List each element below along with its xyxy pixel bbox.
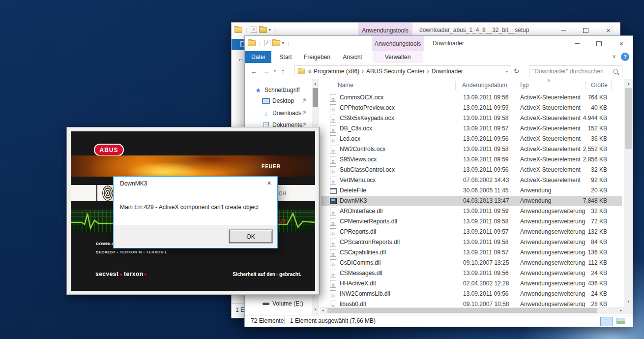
file-size: 2.856 KB (563, 156, 607, 163)
front-context-tab[interactable]: Anwendungstools (372, 36, 424, 51)
front-close-button[interactable]: × (610, 36, 633, 51)
file-row[interactable]: CS9x5xKeypads.ocx13.09.2011 09:58ActiveX… (321, 113, 622, 123)
front-minimize-button[interactable] (566, 36, 588, 51)
details-view-button[interactable] (600, 317, 613, 326)
back-arrow-icon[interactable]: ← (251, 63, 258, 79)
file-name: SubClassControl.ocx (340, 166, 395, 173)
file-row[interactable]: CommsOCX.ocx13.09.2011 09:56ActiveX-Steu… (321, 92, 622, 103)
file-date: 13.09.2011 09:56 (463, 166, 509, 173)
breadcrumb-separator-icon[interactable]: › (427, 68, 429, 75)
tab-freigeben[interactable]: Freigeben (300, 51, 334, 63)
refresh-icon[interactable]: ↻ (514, 63, 519, 79)
scrollbar-thumb[interactable] (313, 88, 318, 107)
selection-summary: 1 Element ausgewählt (7,66 MB) (290, 317, 376, 324)
activex-file-icon (330, 239, 336, 247)
tab-ansicht[interactable]: Ansicht (338, 51, 367, 63)
scroll-right-icon[interactable]: ▸ (620, 308, 622, 312)
file-row[interactable]: CsDIComms.dll09.10.2007 13:25Anwendungse… (321, 258, 622, 268)
sidebar-item-desktop[interactable]: Desktop (262, 96, 311, 106)
activex-file-icon (330, 270, 336, 277)
column-header-type[interactable]: Typ (519, 82, 528, 89)
file-row[interactable]: DownMK304.03.2013 13:47Anwendung7.848 KB (321, 196, 622, 206)
file-row[interactable]: CPScantronReports.dll13.09.2011 09:58Anw… (321, 237, 622, 247)
front-maximize-button[interactable] (588, 36, 610, 51)
dialog-close-icon[interactable]: × (267, 179, 271, 187)
scroll-down-icon[interactable]: ▾ (624, 300, 633, 304)
file-row[interactable]: CPPhotoPreview.ocx13.09.2011 09:59Active… (321, 103, 622, 113)
column-header-size[interactable]: Größe (591, 82, 608, 89)
file-size: 32 KB (563, 208, 607, 215)
sidebar-item-schnellzugriff[interactable]: ★Schnellzugriff (254, 85, 311, 95)
breadcrumb-root[interactable]: « (308, 68, 312, 75)
file-row[interactable]: DB_Ctls.ocx13.09.2011 09:57ActiveX-Steue… (321, 123, 622, 134)
tab-verwalten[interactable]: Verwalten (373, 51, 423, 63)
tab-datei[interactable]: Datei (245, 51, 271, 63)
file-row[interactable]: libusb0.dll09.10.2007 10:58Anwendungserw… (321, 299, 622, 307)
ribbon-tab-row: Datei Start Freigeben Ansicht Verwalten … (245, 51, 633, 63)
thumbnail-view-button[interactable] (615, 317, 627, 325)
help-icon[interactable]: ? (621, 53, 629, 61)
file-size: 24 KB (563, 270, 607, 277)
address-dropdown-icon[interactable]: ▾ (506, 69, 508, 74)
file-row[interactable]: CPMenvierReports.dll13.09.2011 09:58Anwe… (321, 216, 622, 227)
address-bar[interactable]: « Programme (x86) › ABUS Security Center… (294, 65, 511, 77)
new-folder-icon[interactable] (259, 27, 267, 33)
file-name: CPScantronReports.dll (340, 239, 400, 246)
file-row[interactable]: NW2Controls.ocx13.09.2011 09:58ActiveX-S… (321, 144, 622, 154)
scroll-up-icon[interactable]: ▴ (312, 82, 319, 86)
up-arrow-icon[interactable]: ↑ (281, 63, 285, 79)
file-list-hscrollbar[interactable]: ◂ ▸ (320, 307, 624, 314)
recent-locations-chevron-icon[interactable]: ▾ (274, 63, 276, 79)
qat-dropdown-icon[interactable]: ▾ (269, 28, 271, 32)
scroll-up-icon[interactable]: ▴ (624, 82, 633, 86)
file-row[interactable]: INW2CommsLib.dll13.09.2011 09:56Anwendun… (321, 289, 622, 299)
properties-check-icon[interactable]: ✓ (251, 27, 257, 33)
file-row[interactable]: CPReports.dll13.09.2011 09:57Anwendungse… (321, 227, 622, 237)
search-icon[interactable] (613, 69, 618, 74)
file-name: INW2CommsLib.dll (340, 290, 390, 297)
scroll-left-icon[interactable]: ◂ (322, 308, 324, 312)
app-window-file-icon (330, 188, 337, 194)
properties-check-icon[interactable]: ✓ (264, 40, 270, 46)
qat-dropdown-icon[interactable]: ▾ (282, 41, 284, 45)
scrollbar-thumb[interactable] (327, 308, 597, 313)
file-row[interactable]: CSMessages.dll13.09.2011 09:56Anwendungs… (321, 268, 622, 278)
file-row[interactable]: CSCapabilities.dll13.09.2011 09:57Anwend… (321, 247, 622, 258)
status-divider (284, 317, 285, 324)
column-header-name[interactable]: Name (338, 82, 353, 89)
fingerprint-icon (102, 185, 113, 201)
slogan: Sicherheit auf dengebracht. (233, 272, 301, 277)
file-size: 36 KB (563, 135, 607, 142)
new-folder-icon[interactable] (272, 40, 280, 46)
file-row[interactable]: Led.ocx13.09.2011 09:56ActiveX-Steuerele… (321, 134, 622, 144)
ok-button[interactable]: OK (229, 230, 272, 243)
file-name: DB_Ctls.ocx (340, 125, 372, 132)
ribbon-collapse-chevron-icon[interactable]: ∨ (613, 54, 616, 59)
back-arrow-icon[interactable]: ← (237, 55, 244, 62)
fire-banner: FEUER (71, 155, 315, 177)
file-row[interactable]: DeleteFile30.06.2005 11:45Anwendung20 KB (321, 185, 622, 196)
file-row[interactable]: HHActiveX.dll02.04.2002 12:28Anwendungse… (321, 278, 622, 289)
activex-file-icon (330, 177, 336, 185)
file-date: 13.09.2011 09:57 (463, 125, 509, 132)
breadcrumb-segment[interactable]: Programme (x86) (314, 68, 359, 75)
file-row[interactable]: VertMenu.ocx07.08.2002 14:43ActiveX-Steu… (321, 175, 622, 185)
search-box[interactable]: "Downloader" durchsuchen (529, 65, 622, 77)
file-row[interactable]: S95Views.ocx13.09.2011 09:59ActiveX-Steu… (321, 154, 622, 165)
breadcrumb-segment[interactable]: Downloader (432, 68, 463, 75)
forward-arrow-icon[interactable]: → (263, 63, 270, 79)
tab-start[interactable]: Start (275, 51, 296, 63)
sidebar-item-volume-e-[interactable]: Volume (E:) (262, 299, 311, 308)
pin-icon[interactable] (300, 97, 307, 104)
file-list-vscrollbar[interactable]: ▴ ▾ (624, 79, 633, 307)
sidebar-item-downloads[interactable]: ↓Downloads (262, 108, 311, 118)
breadcrumb-separator-icon[interactable]: › (362, 68, 364, 75)
activex-file-icon (330, 249, 336, 257)
column-header-date[interactable]: Änderungsdatum (462, 82, 507, 89)
breadcrumb-segment[interactable]: ABUS Security Center (366, 68, 425, 75)
scrollbar-thumb[interactable] (625, 88, 632, 149)
scroll-down-icon[interactable]: ▾ (312, 308, 319, 311)
file-row[interactable]: SubClassControl.ocx13.09.2011 09:56Activ… (321, 165, 622, 175)
activex-file-icon (330, 156, 336, 164)
file-row[interactable]: ARDInterface.dll13.09.2011 09:59Anwendun… (321, 206, 622, 216)
